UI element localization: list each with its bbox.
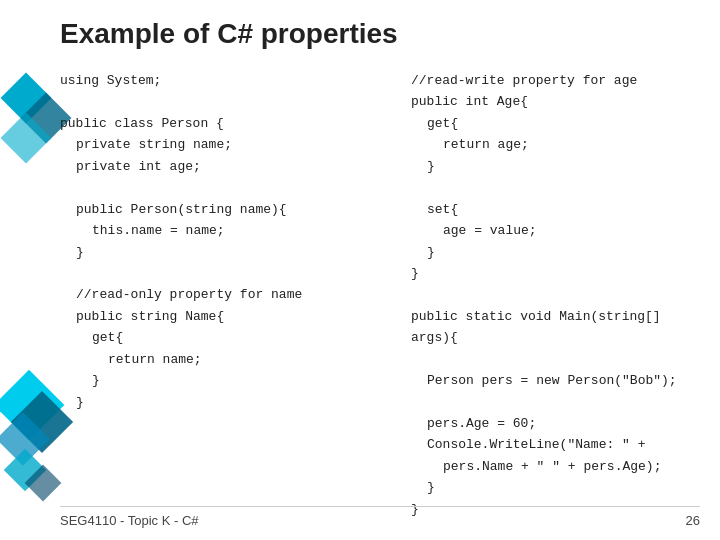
code-line-1: using System; — [60, 70, 365, 91]
r-code-line-8: age = value; — [395, 220, 700, 241]
code-line-16: } — [60, 392, 365, 413]
r-code-line-1: //read-write property for age — [395, 70, 700, 91]
code-line-2 — [60, 91, 365, 112]
r-code-line-15 — [395, 392, 700, 413]
code-line-5: private int age; — [60, 156, 365, 177]
code-line-11: //read-only property for name — [60, 284, 365, 305]
decorative-left — [0, 0, 60, 540]
r-code-line-17: Console.WriteLine("Name: " + — [395, 434, 700, 455]
code-line-6 — [60, 177, 365, 198]
code-line-14: return name; — [60, 349, 365, 370]
left-column: using System; public class Person { priv… — [60, 70, 365, 500]
code-line-13: get{ — [60, 327, 365, 348]
footer-left: SEG4110 - Topic K - C# — [60, 513, 199, 528]
r-code-line-5: } — [395, 156, 700, 177]
r-code-line-19: } — [395, 477, 700, 498]
code-line-9: } — [60, 242, 365, 263]
r-code-line-9: } — [395, 242, 700, 263]
footer: SEG4110 - Topic K - C# 26 — [60, 506, 700, 528]
r-code-line-6 — [395, 177, 700, 198]
footer-right: 26 — [686, 513, 700, 528]
r-code-line-7: set{ — [395, 199, 700, 220]
r-code-line-11 — [395, 284, 700, 305]
r-code-line-3: get{ — [395, 113, 700, 134]
r-code-line-13 — [395, 349, 700, 370]
right-column: //read-write property for age public int… — [395, 70, 700, 500]
r-code-line-14: Person pers = new Person("Bob"); — [395, 370, 700, 391]
code-line-12: public string Name{ — [60, 306, 365, 327]
content-area: using System; public class Person { priv… — [60, 70, 700, 500]
code-line-15: } — [60, 370, 365, 391]
r-code-line-4: return age; — [395, 134, 700, 155]
code-line-4: private string name; — [60, 134, 365, 155]
r-code-line-10: } — [395, 263, 700, 284]
r-code-line-2: public int Age{ — [395, 91, 700, 112]
page-title: Example of C# properties — [60, 18, 398, 50]
code-line-7: public Person(string name){ — [60, 199, 365, 220]
r-code-line-18: pers.Name + " " + pers.Age); — [395, 456, 700, 477]
r-code-line-12: public static void Main(string[] args){ — [395, 306, 700, 349]
r-code-line-16: pers.Age = 60; — [395, 413, 700, 434]
code-line-3: public class Person { — [60, 113, 365, 134]
code-line-8: this.name = name; — [60, 220, 365, 241]
code-line-10 — [60, 263, 365, 284]
